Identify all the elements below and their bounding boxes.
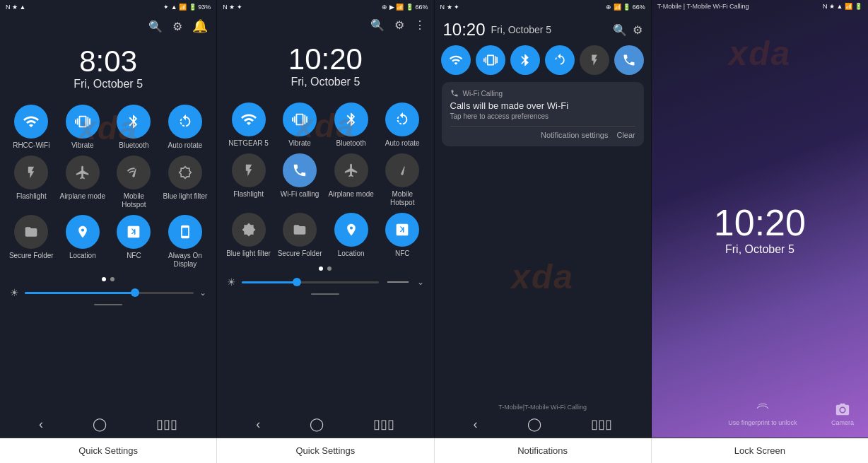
slider-fill-1 [25,292,135,294]
lock-time-section: 10:20 Fri, October 5 [652,146,868,263]
date-3: Fri, October 5 [491,24,552,35]
search-icon-3[interactable]: 🔍 [613,23,627,37]
status-left-1: N ★ ▲ [6,4,25,11]
status-bar-3: N ★ ✦ ⊕ 📶 🔋 66% [435,0,651,14]
bottom-line-1 [94,304,122,305]
tile-icon-wifi-2 [232,102,266,136]
notif-tile-wifi[interactable] [441,45,471,75]
recents-btn-1[interactable]: ▯▯▯ [156,416,177,432]
search-icon-1[interactable]: 🔍 [148,20,163,33]
back-btn-1[interactable]: ‹ [39,417,43,432]
tile-securefolder-1[interactable]: Secure Folder [8,215,54,269]
brightness-low-icon-1: ☀ [10,287,19,298]
status-icons-1: ✦ ▲ 📶 🔋 93% [163,4,211,11]
home-btn-1[interactable]: ◯ [93,416,107,432]
notif-settings-btn[interactable]: Notification settings [541,131,608,139]
notif-tile-icon-wificall [614,45,644,75]
tile-location-2[interactable]: Location [328,213,374,258]
caption-2: Quick Settings [217,438,434,463]
notif-tile-rotate[interactable] [545,45,575,75]
tile-wificalling-2[interactable]: Wi-Fi calling [277,153,323,207]
tile-wifi-1[interactable]: RHCC-WiFi [8,105,54,150]
recents-btn-3[interactable]: ▯▯▯ [591,416,612,432]
tile-icon-airplane-2 [334,153,368,187]
back-btn-2[interactable]: ‹ [256,417,260,432]
dot-s2-1 [319,266,323,271]
tile-airplane-2[interactable]: Airplane mode [328,153,374,207]
tile-vibrate-2[interactable]: Vibrate [277,102,323,148]
tile-bluelight-2[interactable]: Blue light filter [225,213,271,258]
time-1: 8:03 [0,45,216,78]
recents-btn-2[interactable]: ▯▯▯ [373,416,394,432]
lock-camera[interactable]: Camera [831,402,854,426]
tile-flashlight-1[interactable]: Flashlight [8,156,54,209]
nav-bar-3: ‹ ◯ ▯▯▯ [435,412,651,438]
caption-text-1: Quick Settings [78,445,138,456]
tile-label-aod-1: Always On Display [163,252,209,269]
tile-airplane-1[interactable]: Airplane mode [60,156,106,209]
tile-autorotate-1[interactable]: Auto rotate [163,105,209,150]
tile-vibrate-1[interactable]: Vibrate [60,105,106,150]
more-icon-2[interactable]: ⋮ [414,18,426,32]
tile-icon-location-2 [334,213,368,247]
notif-tile-flashlight[interactable] [580,45,609,75]
tile-bluetooth-2[interactable]: Bluetooth [328,102,374,148]
tile-label-nfc-1: NFC [127,252,141,260]
tile-label-wificalling-2: Wi-Fi calling [281,190,319,199]
tile-label-airplane-1: Airplane mode [60,192,105,201]
search-icon-2[interactable]: 🔍 [370,18,385,32]
tile-icon-bluelight-2 [232,213,266,247]
back-btn-3[interactable]: ‹ [474,417,478,432]
tile-flashlight-2[interactable]: Flashlight [225,153,271,207]
tile-icon-autorotate-1 [168,105,202,139]
notif-tile-icon-vibrate [476,45,505,75]
dot-s2-2 [327,266,332,271]
screen-quick-settings-2: N ★ ✦ ⊕ ▶ 📶 🔋 66% 🔍 ⚙ ⋮ 10:20 Fri, Octob… [217,0,434,438]
notif-clear-btn[interactable]: Clear [616,131,635,139]
home-btn-3[interactable]: ◯ [527,416,541,432]
tile-location-1[interactable]: Location [60,215,106,269]
tile-hotspot-1[interactable]: Mobile Hotspot [111,156,157,209]
lock-network-icon: N ★ ▲ [823,3,843,10]
notif-middle: xda [435,151,651,402]
notif-tile-wificall[interactable] [614,45,644,75]
slider-track-2[interactable] [242,281,378,283]
lock-unlock-text: Use fingerprint to unlock [728,419,797,426]
tile-wifi-2[interactable]: NETGEAR 5 [225,102,271,148]
lock-carrier-text: T-Mobile | T-Mobile Wi-Fi Calling [657,3,749,10]
expand-icon-1[interactable]: ⌄ [199,288,206,298]
tile-aod-1[interactable]: Always On Display [163,215,209,269]
tile-label-autorotate-2: Auto rotate [385,139,420,148]
notif-card[interactable]: Wi-Fi Calling Calls will be made over Wi… [442,82,644,146]
time-display-1: 8:03 Fri, October 5 [0,38,216,102]
tile-label-flashlight-1: Flashlight [16,192,47,201]
slider-thumb-1 [131,288,139,297]
notification-icon-1[interactable]: 🔔 [192,18,208,34]
tile-securefolder-2[interactable]: Secure Folder [277,213,323,258]
expand-icon-2[interactable]: ⌄ [417,277,424,287]
slider-track-1[interactable] [25,292,194,294]
time-3: 10:20 [443,20,486,40]
status-left-3: N ★ ✦ [440,4,460,11]
tile-bluelight-1[interactable]: Blue light filter [163,156,209,209]
tile-label-flashlight-2: Flashlight [233,190,264,199]
notif-tile-vibrate[interactable] [476,45,505,75]
settings-icon-3[interactable]: ⚙ [633,23,643,37]
caption-text-3: Notifications [517,445,568,456]
tile-bluetooth-1[interactable]: Bluetooth [111,105,157,150]
settings-icon-2[interactable]: ⚙ [394,18,404,32]
lock-fingerprint[interactable]: Use fingerprint to unlock [728,402,797,426]
settings-icon-1[interactable]: ⚙ [172,20,182,33]
tile-label-bluetooth-2: Bluetooth [336,139,366,148]
caption-3: Notifications [435,438,652,463]
home-btn-2[interactable]: ◯ [310,416,324,432]
tiles-grid-1: RHCC-WiFi Vibrate Bluetooth [0,102,216,271]
notif-tile-bluetooth[interactable] [510,45,540,75]
tile-nfc-2[interactable]: NFC [380,213,426,258]
caption-text-4: Lock Screen [734,445,785,456]
tile-hotspot-2[interactable]: Mobile Hotspot [380,153,426,207]
tile-autorotate-2[interactable]: Auto rotate [380,102,426,148]
tile-label-vibrate-1: Vibrate [71,141,94,150]
tile-label-hotspot-1: Mobile Hotspot [111,192,157,209]
tile-nfc-1[interactable]: NFC [111,215,157,269]
